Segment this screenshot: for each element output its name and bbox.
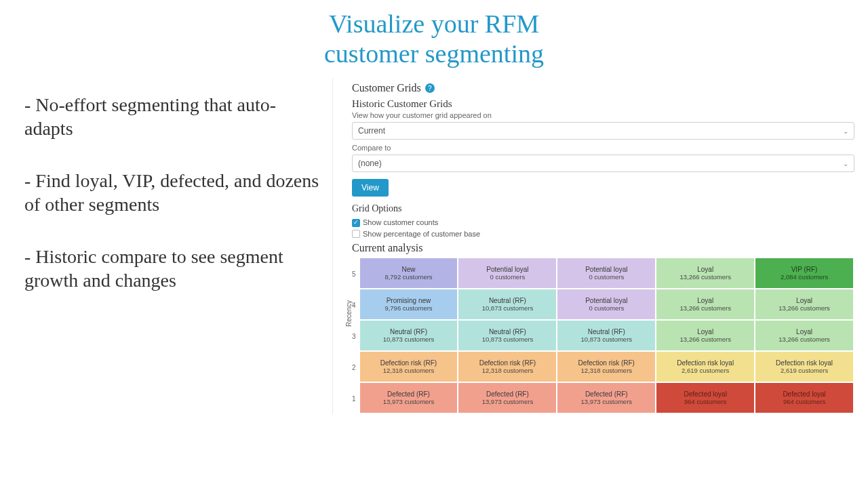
grid-row: Neutral (RF)10,873 customersNeutral (RF)…: [360, 321, 854, 352]
grid-cell[interactable]: Loyal13,266 customers: [755, 321, 854, 352]
segment-label: Promising new: [387, 297, 431, 304]
grid-cell[interactable]: Loyal13,266 customers: [755, 289, 854, 321]
checkbox-icon: [352, 230, 360, 238]
segment-count: 13,266 customers: [778, 336, 830, 343]
page-title-line1: Visualize your RFM: [329, 9, 539, 38]
bullet-3: - Historic compare to see segment growth…: [24, 245, 320, 292]
segment-label: Defected (RF): [387, 390, 430, 398]
compare-to-label: Compare to: [352, 144, 854, 152]
segment-label: Defection risk loyal: [677, 359, 734, 367]
segment-label: Defected (RF): [585, 390, 628, 398]
grid-cell[interactable]: Defection risk loyal2,619 customers: [755, 352, 854, 383]
grid-row: Defection risk (RF)12,318 customersDefec…: [360, 352, 854, 383]
grid-cell[interactable]: Defected (RF)13,973 customers: [360, 383, 459, 414]
segment-count: 12,318 customers: [482, 367, 534, 374]
segment-label: Potential loyal: [585, 266, 627, 273]
view-button[interactable]: View: [352, 179, 389, 197]
grid-cell[interactable]: Defected loyal964 customers: [755, 383, 854, 414]
segment-count: 10,873 customers: [482, 304, 534, 312]
segment-label: Defected loyal: [684, 390, 726, 398]
segment-label: Defected (RF): [486, 390, 529, 398]
y-tick: 1: [352, 383, 356, 414]
grid-cell[interactable]: Loyal13,266 customers: [656, 289, 755, 321]
show-counts-checkbox[interactable]: ✓ Show customer counts: [352, 217, 854, 228]
rfm-grid: Recency 5 4 3 2 1 New8,792 customersPote…: [352, 258, 854, 414]
segment-count: 13,266 customers: [679, 273, 731, 281]
bullet-1: - No-effort segmenting that auto-adapts: [24, 93, 320, 140]
checkbox-icon: ✓: [352, 219, 360, 227]
segment-count: 13,266 customers: [679, 336, 731, 343]
historic-grids-title: Historic Customer Grids: [352, 98, 854, 110]
segment-label: VIP (RF): [791, 266, 818, 273]
grid-cell[interactable]: Neutral (RF)10,873 customers: [360, 321, 459, 352]
grid-cell[interactable]: Defection risk (RF)12,318 customers: [458, 352, 557, 383]
show-percent-checkbox[interactable]: Show percentage of customer base: [352, 228, 854, 240]
segment-count: 964 customers: [783, 398, 825, 405]
segment-label: Neutral (RF): [489, 328, 526, 336]
customer-grids-panel: Customer Grids ? Historic Customer Grids…: [332, 78, 854, 414]
grid-cell[interactable]: Loyal13,266 customers: [656, 258, 755, 289]
historic-grids-hint: View how your customer grid appeared on: [352, 111, 854, 119]
segment-count: 8,792 customers: [384, 273, 432, 281]
segment-label: Loyal: [697, 297, 713, 304]
help-icon[interactable]: ?: [425, 83, 435, 93]
segment-count: 13,266 customers: [778, 304, 830, 312]
segment-count: 0 customers: [589, 273, 624, 281]
section-title: Customer Grids: [352, 82, 421, 94]
grid-cell[interactable]: New8,792 customers: [360, 258, 459, 289]
grid-cell[interactable]: Neutral (RF)10,873 customers: [458, 321, 557, 352]
grid-cell[interactable]: Neutral (RF)10,873 customers: [458, 289, 557, 321]
show-percent-label: Show percentage of customer base: [363, 228, 480, 240]
segment-label: Loyal: [796, 328, 812, 336]
y-axis-label: Recency: [345, 300, 353, 327]
grid-cell[interactable]: Defection risk (RF)12,318 customers: [557, 352, 656, 383]
segment-count: 12,318 customers: [581, 367, 633, 374]
segment-label: Potential loyal: [585, 297, 627, 304]
segment-count: 964 customers: [684, 398, 726, 405]
y-tick: 5: [352, 258, 356, 289]
grid-cell[interactable]: Defected loyal964 customers: [656, 383, 755, 414]
segment-count: 13,973 customers: [482, 398, 534, 405]
marketing-bullets: - No-effort segmenting that auto-adapts …: [0, 74, 332, 488]
segment-label: Defection risk (RF): [380, 359, 437, 367]
segment-count: 2,084 customers: [781, 273, 828, 281]
segment-count: 0 customers: [589, 304, 624, 312]
segment-count: 10,873 customers: [482, 336, 534, 343]
segment-label: Potential loyal: [486, 266, 528, 273]
grid-cell[interactable]: Defected (RF)13,973 customers: [458, 383, 557, 414]
segment-label: Neutral (RF): [489, 297, 526, 304]
grid-cell[interactable]: Promising new9,796 customers: [360, 289, 459, 321]
segment-label: New: [402, 266, 416, 273]
grid-cell[interactable]: Loyal13,266 customers: [656, 321, 755, 352]
segment-label: Loyal: [796, 297, 812, 304]
segment-count: 2,619 customers: [781, 367, 828, 374]
chevron-down-icon: ⌄: [843, 127, 848, 135]
grid-cell[interactable]: Potential loyal0 customers: [458, 258, 557, 289]
segment-label: Defected loyal: [783, 390, 825, 398]
compare-select[interactable]: (none) ⌄: [352, 155, 854, 172]
grid-cell[interactable]: Potential loyal0 customers: [557, 258, 656, 289]
segment-count: 9,796 customers: [384, 304, 432, 312]
segment-count: 0 customers: [490, 273, 526, 281]
segment-label: Neutral (RF): [390, 328, 427, 336]
grid-cell[interactable]: VIP (RF)2,084 customers: [755, 258, 854, 289]
show-counts-label: Show customer counts: [363, 217, 438, 228]
segment-count: 10,873 customers: [581, 336, 633, 343]
segment-count: 13,973 customers: [581, 398, 633, 405]
segment-count: 13,973 customers: [383, 398, 435, 405]
chevron-down-icon: ⌄: [843, 160, 848, 167]
y-tick: 2: [352, 352, 356, 383]
grid-date-value: Current: [358, 126, 385, 136]
page-title: Visualize your RFM customer segmenting: [0, 0, 868, 74]
grid-cell[interactable]: Defection risk (RF)12,318 customers: [360, 352, 459, 383]
bullet-2: - Find loyal, VIP, defected, and dozens …: [24, 169, 320, 216]
grid-date-select[interactable]: Current ⌄: [352, 122, 854, 140]
grid-cell[interactable]: Defection risk loyal2,619 customers: [656, 352, 755, 383]
grid-cell[interactable]: Neutral (RF)10,873 customers: [557, 321, 656, 352]
segment-label: Neutral (RF): [588, 328, 625, 336]
grid-row: Defected (RF)13,973 customersDefected (R…: [360, 383, 854, 414]
compare-value: (none): [358, 159, 382, 168]
grid-cell[interactable]: Defected (RF)13,973 customers: [557, 383, 656, 414]
grid-cell[interactable]: Potential loyal0 customers: [557, 289, 656, 321]
segment-label: Defection risk loyal: [776, 359, 833, 367]
